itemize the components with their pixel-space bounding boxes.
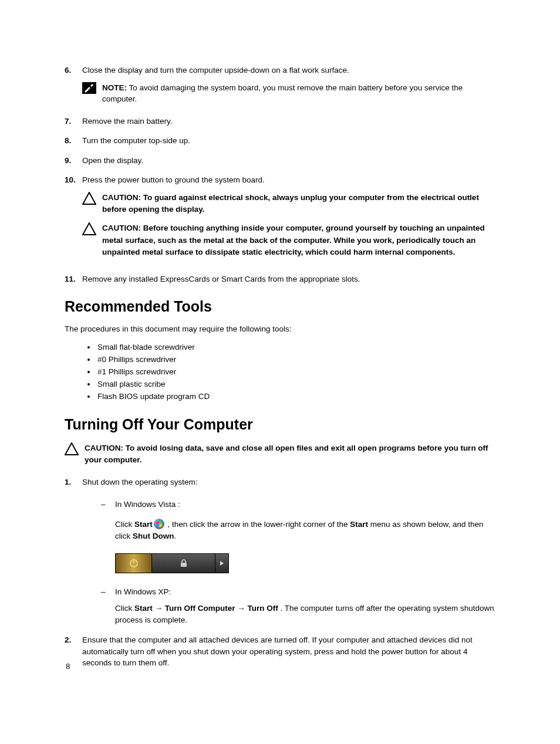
svg-rect-3: [181, 563, 187, 567]
tools-item: Small plastic scribe: [96, 380, 495, 388]
tools-list: Small flat-blade screwdriver #0 Phillips…: [96, 343, 495, 401]
step-10-text: Press the power button to ground the sys…: [82, 174, 495, 186]
step-11: 11. Remove any installed ExpressCards or…: [65, 273, 495, 285]
caution-icon: [82, 222, 97, 235]
tools-item: #0 Phillips screwdriver: [96, 355, 495, 364]
vista-item: – In Windows Vista : Click Start , then …: [101, 499, 495, 584]
step-8-num: 8.: [65, 135, 82, 147]
step-7-text: Remove the main battery.: [82, 116, 495, 127]
xp-item: – In Windows XP: Click Start → Turn Off …: [101, 586, 495, 627]
page-number: 8: [66, 662, 70, 671]
caution-1-text: CAUTION: To guard against electrical sho…: [102, 192, 495, 216]
heading-turning-off: Turning Off Your Computer: [65, 416, 495, 433]
note-block: NOTE: To avoid damaging the system board…: [82, 82, 495, 105]
shutdown-step-1: 1. Shut down the operating system: – In …: [65, 476, 495, 626]
caution-icon: [65, 442, 80, 455]
caution-icon: [82, 192, 97, 205]
step-9-text: Open the display.: [82, 155, 495, 167]
vista-instruction: Click Start , then click the arrow in th…: [115, 519, 495, 543]
tools-item: Small flat-blade screwdriver: [96, 343, 495, 351]
step-11-text: Remove any installed ExpressCards or Sma…: [82, 273, 495, 285]
tools-item: #1 Phillips screwdriver: [96, 367, 495, 376]
tools-intro: The procedures in this document may requ…: [65, 324, 495, 333]
step-9: 9. Open the display.: [65, 155, 495, 167]
caution-2-text: CAUTION: Before touching anything inside…: [102, 222, 495, 258]
note-text: NOTE: To avoid damaging the system board…: [102, 82, 495, 105]
caution-block-turnoff: CAUTION: To avoid losing data, save and …: [65, 442, 495, 466]
step-8-text: Turn the computer top-side up.: [82, 135, 495, 147]
shutdown-step-2: 2. Ensure that the computer and all atta…: [65, 634, 495, 669]
dash-icon: –: [101, 499, 115, 584]
step-6-text: Close the display and turn the computer …: [82, 65, 495, 76]
shutdown-step-2-text: Ensure that the computer and all attache…: [82, 634, 495, 669]
step-10-num: 10.: [65, 174, 82, 265]
caution-block-2: CAUTION: Before touching anything inside…: [82, 222, 495, 258]
heading-recommended-tools: Recommended Tools: [65, 298, 495, 315]
step-9-num: 9.: [65, 155, 82, 167]
xp-label: In Windows XP:: [115, 586, 495, 598]
xp-instruction: Click Start → Turn Off Computer → Turn O…: [115, 603, 495, 627]
step-7-num: 7.: [65, 116, 82, 127]
power-button-icon: [116, 554, 152, 573]
vista-label: In Windows Vista :: [115, 499, 495, 510]
note-icon: [82, 82, 97, 94]
step-6-num: 6.: [65, 65, 82, 107]
step-11-num: 11.: [65, 273, 82, 285]
shutdown-menu-bar: [115, 553, 229, 573]
dash-icon: –: [101, 586, 115, 627]
step-6: 6. Close the display and turn the comput…: [65, 65, 495, 107]
step-10: 10. Press the power button to ground the…: [65, 174, 495, 265]
caution-block-1: CAUTION: To guard against electrical sho…: [82, 192, 495, 216]
lock-button-icon: [152, 554, 215, 573]
tools-item: Flash BIOS update program CD: [96, 392, 495, 401]
step-8: 8. Turn the computer top-side up.: [65, 135, 495, 147]
shutdown-step-1-num: 1.: [65, 476, 82, 626]
step-7: 7. Remove the main battery.: [65, 116, 495, 127]
windows-start-orb-icon: [154, 519, 164, 529]
arrow-button-icon: [215, 554, 228, 573]
caution-turnoff-text: CAUTION: To avoid losing data, save and …: [85, 442, 495, 466]
shutdown-step-1-text: Shut down the operating system:: [82, 476, 495, 488]
